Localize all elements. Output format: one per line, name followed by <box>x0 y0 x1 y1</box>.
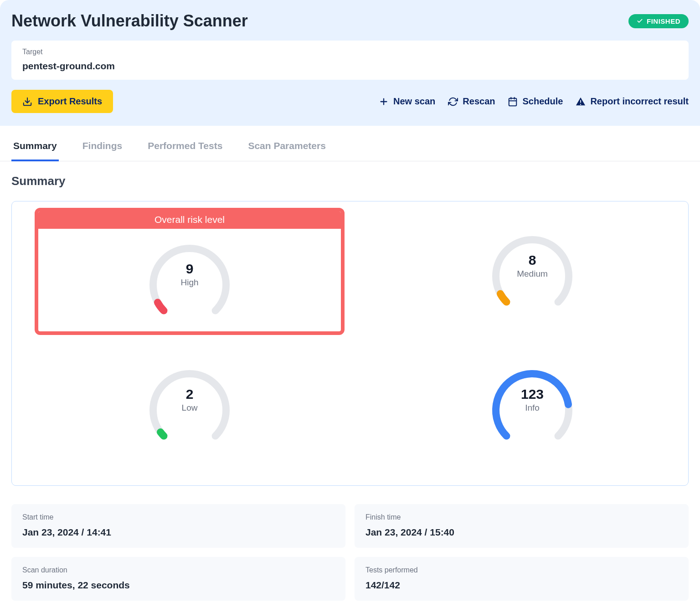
refresh-icon <box>448 97 458 107</box>
gauge-cell-low: 2 Low <box>26 344 235 467</box>
gauge-medium: 8 Medium <box>487 231 578 313</box>
title-row: Network Vulnerability Scanner FINISHED <box>11 11 689 31</box>
content: Summary Overall risk level 9 High <box>0 161 700 612</box>
report-label: Report incorrect result <box>590 96 689 107</box>
gauges-grid: Overall risk level 9 High <box>26 208 674 467</box>
download-icon <box>22 97 32 107</box>
gauge-high: 9 High <box>144 239 235 321</box>
gauge-low: 2 Low <box>144 365 235 447</box>
gauge-medium-value: 8 <box>487 252 578 268</box>
gauge-cell-info: 123 Info <box>487 344 578 467</box>
gauge-cell-medium: 8 Medium <box>487 210 578 333</box>
gauge-high-value: 9 <box>144 261 235 277</box>
status-text: FINISHED <box>647 17 680 25</box>
gauge-medium-label: Medium <box>487 269 578 279</box>
gauge-info-value: 123 <box>487 386 578 402</box>
stat-finish-time: Finish time Jan 23, 2024 / 15:40 <box>355 504 689 548</box>
svg-rect-3 <box>509 98 517 106</box>
stat-finish-value: Jan 23, 2024 / 15:40 <box>365 527 678 538</box>
new-scan-label: New scan <box>393 96 435 107</box>
target-label: Target <box>22 48 678 56</box>
tab-summary[interactable]: Summary <box>11 135 59 161</box>
schedule-link[interactable]: Schedule <box>508 96 563 107</box>
status-badge: FINISHED <box>628 14 689 28</box>
tabs-row: Summary Findings Performed Tests Scan Pa… <box>0 135 700 161</box>
stats-grid: Start time Jan 23, 2024 / 14:41 Finish t… <box>11 504 689 601</box>
stat-tests-label: Tests performed <box>365 566 678 574</box>
calendar-icon <box>508 97 518 107</box>
action-links: New scan Rescan Schedule Report incorrec… <box>379 96 689 107</box>
report-incorrect-link[interactable]: Report incorrect result <box>576 96 689 107</box>
check-icon <box>637 18 643 24</box>
stat-start-value: Jan 23, 2024 / 14:41 <box>22 527 335 538</box>
overall-risk-box: Overall risk level 9 High <box>35 208 345 335</box>
gauge-high-label: High <box>144 278 235 288</box>
section-title: Summary <box>11 174 689 188</box>
stat-duration-value: 59 minutes, 22 seconds <box>22 580 335 591</box>
stat-duration: Scan duration 59 minutes, 22 seconds <box>11 557 345 601</box>
gauge-low-value: 2 <box>144 386 235 402</box>
overall-risk-header: Overall risk level <box>38 211 341 229</box>
rescan-link[interactable]: Rescan <box>448 96 495 107</box>
gauge-info: 123 Info <box>487 365 578 447</box>
export-results-button[interactable]: Export Results <box>11 90 113 113</box>
stat-finish-label: Finish time <box>365 513 678 521</box>
tab-scan-parameters[interactable]: Scan Parameters <box>246 135 327 161</box>
stat-start-time: Start time Jan 23, 2024 / 14:41 <box>11 504 345 548</box>
tab-performed-tests[interactable]: Performed Tests <box>146 135 224 161</box>
export-label: Export Results <box>38 96 102 107</box>
schedule-label: Schedule <box>522 96 563 107</box>
stat-start-label: Start time <box>22 513 335 521</box>
rescan-label: Rescan <box>463 96 495 107</box>
target-box: Target pentest-ground.com <box>11 41 689 80</box>
stat-tests: Tests performed 142/142 <box>355 557 689 601</box>
header-bar: Network Vulnerability Scanner FINISHED T… <box>0 0 700 126</box>
actions-row: Export Results New scan Rescan Schedule <box>11 90 689 113</box>
gauge-info-label: Info <box>487 403 578 413</box>
gauge-low-label: Low <box>144 403 235 413</box>
tab-findings[interactable]: Findings <box>81 135 124 161</box>
stat-duration-label: Scan duration <box>22 566 335 574</box>
page-title: Network Vulnerability Scanner <box>11 11 248 31</box>
page-root: Network Vulnerability Scanner FINISHED T… <box>0 0 700 613</box>
new-scan-link[interactable]: New scan <box>379 96 435 107</box>
stat-tests-value: 142/142 <box>365 580 678 591</box>
overall-body: 9 High <box>38 229 341 331</box>
warning-icon <box>576 97 586 107</box>
plus-icon <box>379 97 389 107</box>
target-value: pentest-ground.com <box>22 61 678 72</box>
risk-panel: Overall risk level 9 High <box>11 201 689 486</box>
